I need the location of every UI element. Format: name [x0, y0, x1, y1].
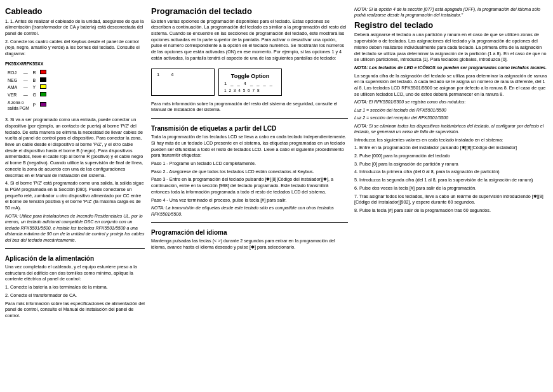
lcd-title: Transmisión de etiquetas a partir del LC…	[151, 124, 348, 133]
idioma-title: Programación del idioma	[151, 228, 348, 237]
wire-row-red: ROJ — R	[6, 70, 48, 76]
middle-column: Programación del teclado Existen varias …	[151, 6, 348, 386]
left-column: Cableado 1. 1. Antes de realizar el cabl…	[5, 6, 145, 386]
idioma-para: Mantenga pulsadas las teclas (< >) duran…	[151, 238, 348, 250]
toggle-diagram-main: Toggle Option 1 _ _ 4 _ _ _ _ 1 2 3 4 5 …	[218, 69, 282, 96]
divider-3	[151, 222, 348, 223]
app-para-1: Una vez completado el cableado, y el equ…	[5, 264, 145, 282]
lcd-step-4: Paso 4 - Una vez terminado el proceso, p…	[151, 197, 348, 204]
step-8: 8. Pulse la tecla [#] para salir de la p…	[354, 207, 548, 214]
right-second-para: La segunda cifra de la asignación del te…	[354, 73, 548, 98]
middle-more-info: Para más información sobre la programaci…	[151, 101, 348, 113]
step-6: 6. Pulse dos veces la tecla [#] para sal…	[354, 185, 548, 192]
registro-title: Registro del teclado	[354, 20, 548, 30]
middle-title: Programación del teclado	[151, 6, 348, 16]
nota-led: NOTA: Los teclados de LED e ICÔNOS no pu…	[354, 65, 548, 70]
nota-top: NOTA: Si la opción 4 de la sección [077]…	[354, 6, 548, 18]
wiring-table: ROJ — R NEG — B AMA — Y	[5, 69, 49, 112]
wire-row-pz: A zona osalida PGM P	[6, 100, 48, 111]
wire-row-yellow: AMA — Y	[6, 84, 48, 91]
nota-elim: NOTA: Si se eliminan todos los dispositi…	[354, 123, 548, 135]
divider-1	[5, 248, 145, 249]
left-para-1: 1. 1. Antes de realizar el cableado de l…	[5, 18, 145, 37]
nota-rfk2: Luz 1 = sección del teclado del RFK5501/…	[354, 107, 548, 113]
divider-2	[151, 118, 348, 119]
red-indicator	[40, 70, 46, 74]
purple-indicator	[40, 102, 46, 107]
app-step-1: 1. Conecte la batería a los terminales d…	[5, 284, 145, 291]
nota-incendio: NOTA: Utilice para Instalaciones de Ince…	[5, 213, 145, 243]
step-7: 7. Tras asignar todos los teclados, llev…	[354, 193, 548, 206]
left-para-3: 3. Si va a ser programado como una entra…	[5, 117, 145, 178]
nota-rfk1: NOTA: El RFK5501/5500 se registra como d…	[354, 99, 548, 105]
right-column: NOTA: Si la opción 4 de la sección [077]…	[354, 6, 548, 386]
wiring-area: PK55XX\RFK55XX ROJ — R NEG — B	[5, 61, 145, 115]
app-title: Aplicación de la alimentación	[5, 254, 145, 263]
green-indicator	[40, 92, 46, 96]
diagram-numbers-top: 1 4	[157, 72, 209, 77]
lcd-step-1: Paso 1 - Programe un teclado LCD complet…	[151, 160, 348, 167]
left-title: Cableado	[5, 6, 145, 16]
pk-label: PK55XX\RFK55XX	[5, 61, 49, 67]
diagram-bottom-numbers: 1 2 3 4 5 6 7 8	[224, 88, 276, 93]
step-3: 3. Pulse [0] para la asignación de parti…	[354, 161, 548, 167]
wire-row-green: VER — G	[6, 92, 48, 98]
step-4: 4. Introduzca la primera cifra (del 0 al…	[354, 169, 548, 175]
left-para-4: 4. Si el borne 'P/Z' está programado com…	[5, 180, 145, 211]
middle-intro: Existen varias opciones de programación …	[151, 18, 348, 62]
page-container: Cableado 1. 1. Antes de realizar el cabl…	[0, 0, 553, 392]
app-step-2: 2. Conecte el transformador de CA.	[5, 292, 145, 299]
lcd-step-2: Paso 2 - Asegúrese de que todos los tecl…	[151, 169, 348, 175]
yellow-indicator	[40, 84, 46, 89]
app-para-2: Para más información sobre las especific…	[5, 301, 145, 319]
step-5: 5. Introduzca la segunda cifra (del 1 al…	[354, 177, 548, 183]
nota-lcd: NOTA: La transmisión de etiquetas desde …	[151, 205, 348, 217]
wire-row-black: NEG — B	[6, 77, 48, 84]
lcd-step-3: Paso 3 - Entre en la programación del te…	[151, 176, 348, 195]
wiring-diagram: PK55XX\RFK55XX ROJ — R NEG — B	[5, 61, 49, 115]
lcd-para-1: Toda la programación de los teclados LCD…	[151, 134, 348, 159]
steps-intro: Introduzca los siguientes valores en cad…	[354, 137, 548, 143]
step-1: 1. Entre en la programación del instalad…	[354, 145, 548, 151]
step-2: 2. Pulse [000] para la programación del …	[354, 153, 548, 159]
left-para-2: 2. Conecte los cuatro cables del Keybus …	[5, 39, 145, 57]
black-indicator	[40, 77, 46, 82]
toggle-diagrams-container: 1 4 Toggle Option 1 _ _ 4 _ _ _ _ 1 2 3 …	[151, 66, 348, 98]
registro-para: Deberá asignarse el teclado a una partic…	[354, 32, 548, 63]
diagram-dashes: 1 _ _ 4 _ _ _ _	[224, 81, 276, 86]
toggle-option-label: Toggle Option	[224, 73, 276, 79]
nota-rfk3: Luz 2 = sección del receptor del RFK5501…	[354, 115, 548, 121]
toggle-diagram-top: 1 4	[151, 69, 215, 96]
